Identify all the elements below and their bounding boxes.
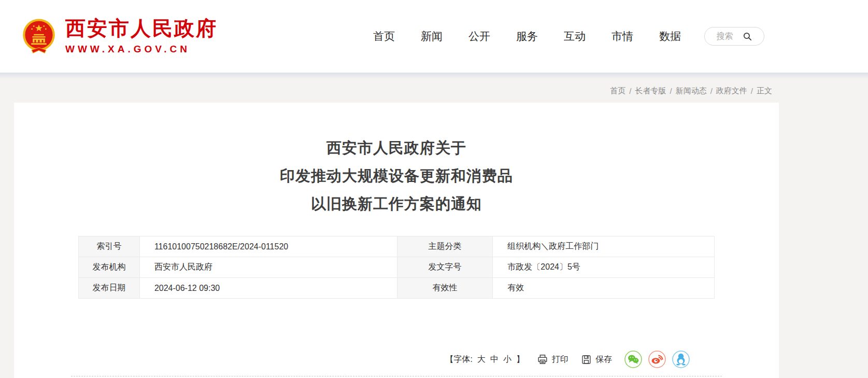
national-emblem-icon <box>21 13 57 59</box>
logo-text: 西安市人民政府 WWW.XA.GOV.CN <box>65 18 218 55</box>
article-toolbar: 【字体: 大 中 小 】 打印 <box>78 351 715 368</box>
font-size-medium-button[interactable]: 中 <box>490 354 499 365</box>
meta-label-pubdate: 发布日期 <box>79 278 140 299</box>
table-row: 发布机构 西安市人民政府 发文字号 市政发〔2024〕5号 <box>79 257 715 278</box>
font-size-small-button[interactable]: 小 <box>503 354 511 365</box>
font-size-large-button[interactable]: 大 <box>477 354 486 365</box>
wechat-share-icon[interactable] <box>624 351 642 368</box>
breadcrumb-current: 正文 <box>757 86 772 96</box>
meta-label-validity: 有效性 <box>397 278 493 299</box>
breadcrumb-separator: / <box>710 87 713 95</box>
nav-item-home[interactable]: 首页 <box>373 29 395 44</box>
meta-label-docnumber: 发文字号 <box>397 257 493 278</box>
printer-icon <box>537 354 548 365</box>
share-buttons <box>624 351 690 368</box>
breadcrumb-newslist[interactable]: 新闻动态 <box>676 86 707 96</box>
save-button[interactable]: 保存 <box>581 354 612 365</box>
nav-item-interact[interactable]: 互动 <box>564 29 586 44</box>
nav-item-data[interactable]: 数据 <box>659 29 681 44</box>
breadcrumb-separator: / <box>629 87 631 95</box>
nav-item-city[interactable]: 市情 <box>611 29 633 44</box>
breadcrumb: 首页 / 长者专版 / 新闻动态 / 政府文件 / 正文 <box>0 79 868 103</box>
breadcrumb-documents[interactable]: 政府文件 <box>716 86 747 96</box>
title-line-2: 印发推动大规模设备更新和消费品 <box>14 162 779 190</box>
nav-item-public[interactable]: 公开 <box>468 29 490 44</box>
site-header: 西安市人民政府 WWW.XA.GOV.CN 首页 新闻 公开 服务 互动 市情 … <box>0 0 868 73</box>
table-row: 索引号 11610100750218682E/2024-011520 主题分类 … <box>79 236 715 257</box>
document-meta-table: 索引号 11610100750218682E/2024-011520 主题分类 … <box>78 236 715 299</box>
meta-label-subject: 主题分类 <box>397 236 493 257</box>
weibo-share-icon[interactable] <box>648 351 666 368</box>
content-divider <box>71 376 722 376</box>
meta-value-index: 11610100750218682E/2024-011520 <box>139 236 397 257</box>
meta-value-validity: 有效 <box>493 278 715 299</box>
main-nav: 首页 新闻 公开 服务 互动 市情 数据 <box>373 29 681 44</box>
search-box[interactable] <box>704 27 764 46</box>
font-label-prefix: 【字体: <box>446 354 473 365</box>
meta-label-index: 索引号 <box>79 236 140 257</box>
site-url: WWW.XA.GOV.CN <box>65 44 218 55</box>
qq-share-icon[interactable] <box>672 351 690 368</box>
site-logo[interactable]: 西安市人民政府 WWW.XA.GOV.CN <box>21 13 218 59</box>
nav-item-news[interactable]: 新闻 <box>421 29 443 44</box>
table-row: 发布日期 2024-06-12 09:30 有效性 有效 <box>79 278 715 299</box>
meta-value-agency: 西安市人民政府 <box>139 257 397 278</box>
search-icon[interactable] <box>743 32 752 41</box>
font-size-control: 【字体: 大 中 小 】 <box>446 354 524 365</box>
document-title: 西安市人民政府关于 印发推动大规模设备更新和消费品 以旧换新工作方案的通知 <box>14 134 779 218</box>
print-button[interactable]: 打印 <box>537 354 568 365</box>
font-label-suffix: 】 <box>516 354 524 365</box>
save-label: 保存 <box>595 354 612 365</box>
breadcrumb-separator: / <box>751 87 753 95</box>
breadcrumb-home[interactable]: 首页 <box>610 86 625 96</box>
title-line-3: 以旧换新工作方案的通知 <box>14 190 779 218</box>
meta-value-pubdate: 2024-06-12 09:30 <box>139 278 397 299</box>
search-input[interactable] <box>717 32 738 41</box>
site-name: 西安市人民政府 <box>65 18 218 40</box>
breadcrumb-separator: / <box>670 87 672 95</box>
title-line-1: 西安市人民政府关于 <box>14 134 779 162</box>
meta-label-agency: 发布机构 <box>79 257 140 278</box>
floppy-save-icon <box>581 354 592 365</box>
article-card: 西安市人民政府关于 印发推动大规模设备更新和消费品 以旧换新工作方案的通知 索引… <box>14 103 779 378</box>
meta-value-docnumber: 市政发〔2024〕5号 <box>493 257 715 278</box>
print-label: 打印 <box>552 354 568 365</box>
breadcrumb-elder[interactable]: 长者专版 <box>635 86 666 96</box>
nav-item-service[interactable]: 服务 <box>516 29 538 44</box>
header-shadow <box>0 73 868 79</box>
meta-value-subject: 组织机构＼政府工作部门 <box>493 236 715 257</box>
